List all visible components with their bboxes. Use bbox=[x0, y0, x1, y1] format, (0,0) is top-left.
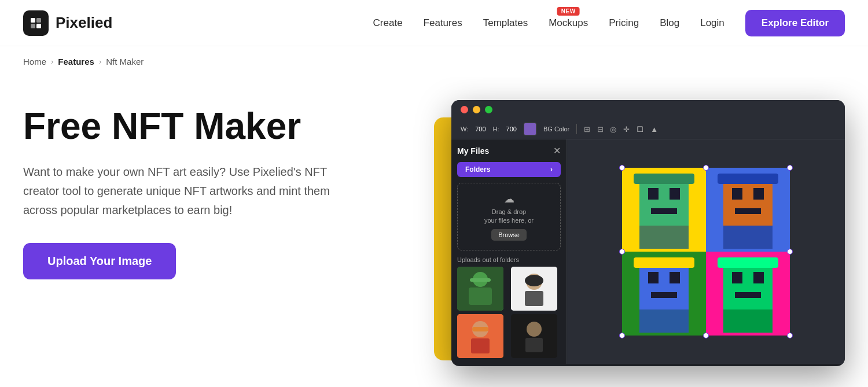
svg-rect-34 bbox=[639, 263, 689, 312]
h-value: 700 bbox=[506, 126, 517, 132]
svg-rect-1 bbox=[36, 18, 41, 23]
thumbnails-grid bbox=[457, 267, 561, 358]
upload-button[interactable]: Upload Your Image bbox=[23, 243, 176, 279]
handle-bottom-right[interactable] bbox=[787, 333, 793, 338]
w-label: W: bbox=[461, 126, 468, 132]
h-label: H: bbox=[493, 126, 499, 132]
nft-cell-2 bbox=[706, 168, 790, 252]
handle-bottom-left[interactable] bbox=[619, 333, 625, 338]
files-close-button[interactable]: ✕ bbox=[553, 145, 561, 156]
logo-icon bbox=[23, 10, 49, 36]
toolbar-separator bbox=[576, 124, 577, 134]
new-badge: NEW bbox=[557, 7, 580, 16]
hero-section: Free NFT Maker Want to make your own NFT… bbox=[0, 77, 868, 387]
svg-rect-28 bbox=[732, 188, 742, 200]
upload-cloud-icon: ☁ bbox=[464, 193, 554, 205]
thumbnail-4[interactable] bbox=[511, 314, 557, 358]
svg-rect-10 bbox=[525, 291, 543, 306]
svg-rect-32 bbox=[723, 226, 773, 249]
svg-rect-14 bbox=[471, 338, 490, 353]
svg-rect-15 bbox=[472, 327, 488, 331]
nft-grid bbox=[622, 168, 790, 336]
files-panel: My Files ✕ Folders › ☁ Drag & drop your … bbox=[451, 139, 567, 364]
handle-top-left[interactable] bbox=[619, 165, 625, 171]
nav-mockups[interactable]: Mockups bbox=[549, 17, 588, 28]
svg-rect-2 bbox=[31, 24, 35, 28]
hero-left: Free NFT Maker Want to make your own NFT… bbox=[23, 89, 382, 279]
bg-color-label: BG Color bbox=[543, 126, 569, 132]
svg-rect-46 bbox=[723, 309, 773, 333]
navbar: Pixelied Create Features Templates NEW M… bbox=[0, 0, 868, 46]
thumbnail-3[interactable] bbox=[457, 314, 503, 358]
hero-title: Free NFT Maker bbox=[23, 106, 382, 146]
nav-create[interactable]: Create bbox=[373, 17, 403, 28]
handle-mid-bottom[interactable] bbox=[703, 333, 709, 338]
thumbnail-1[interactable] bbox=[457, 267, 503, 311]
svg-rect-36 bbox=[670, 272, 680, 283]
logo-text: Pixelied bbox=[56, 14, 112, 32]
svg-rect-23 bbox=[651, 208, 677, 214]
handle-mid-left[interactable] bbox=[619, 249, 625, 255]
thumbnail-2[interactable] bbox=[511, 267, 557, 311]
toolbar-icons: ⊞ ⊟ ◎ ✛ ⧠ ▲ bbox=[584, 125, 660, 134]
breadcrumb-current: Nft Maker bbox=[106, 57, 144, 67]
nft-canvas-container bbox=[622, 168, 790, 336]
svg-rect-0 bbox=[31, 18, 35, 23]
logo-area[interactable]: Pixelied bbox=[23, 10, 112, 36]
svg-rect-25 bbox=[639, 226, 689, 249]
svg-rect-20 bbox=[639, 179, 689, 228]
editor-window: W: 700 H: 700 BG Color ⊞ ⊟ ◎ ✛ ⧠ ▲ My Fi… bbox=[451, 100, 845, 366]
svg-rect-6 bbox=[469, 288, 492, 305]
breadcrumb-features[interactable]: Features bbox=[58, 57, 94, 67]
nav-login[interactable]: Login bbox=[700, 17, 724, 28]
nav-pricing[interactable]: Pricing bbox=[609, 17, 639, 28]
nav-blog[interactable]: Blog bbox=[660, 17, 679, 28]
browse-button[interactable]: Browse bbox=[491, 229, 527, 241]
svg-rect-37 bbox=[651, 292, 677, 298]
svg-rect-21 bbox=[648, 188, 659, 200]
color-swatch[interactable] bbox=[524, 123, 536, 135]
editor-titlebar bbox=[451, 100, 845, 119]
svg-rect-31 bbox=[718, 174, 778, 184]
files-title: My Files bbox=[457, 146, 489, 156]
dot-yellow bbox=[473, 106, 480, 113]
svg-rect-39 bbox=[639, 309, 689, 333]
svg-rect-45 bbox=[718, 257, 778, 268]
nft-cell-4 bbox=[706, 252, 790, 336]
svg-rect-22 bbox=[670, 188, 680, 200]
handle-mid-right[interactable] bbox=[787, 249, 793, 255]
nft-cell-3 bbox=[622, 252, 706, 336]
nav-templates[interactable]: Templates bbox=[483, 17, 528, 28]
breadcrumb-home[interactable]: Home bbox=[23, 57, 46, 67]
upload-drop-area[interactable]: ☁ Drag & drop your files here, or Browse bbox=[457, 183, 561, 250]
explore-editor-button[interactable]: Explore Editor bbox=[745, 10, 845, 36]
svg-rect-43 bbox=[753, 272, 764, 283]
breadcrumb: Home › Features › Nft Maker bbox=[0, 46, 868, 77]
svg-point-17 bbox=[527, 322, 542, 337]
folders-button[interactable]: Folders › bbox=[457, 162, 561, 177]
nav-features[interactable]: Features bbox=[424, 17, 462, 28]
handle-top-right[interactable] bbox=[787, 165, 793, 171]
editor-toolbar: W: 700 H: 700 BG Color ⊞ ⊟ ◎ ✛ ⧠ ▲ bbox=[451, 119, 845, 139]
dot-red bbox=[461, 106, 468, 113]
editor-body: My Files ✕ Folders › ☁ Drag & drop your … bbox=[451, 139, 845, 364]
svg-rect-42 bbox=[732, 272, 742, 283]
dot-green bbox=[485, 106, 492, 113]
hero-right: W: 700 H: 700 BG Color ⊞ ⊟ ◎ ✛ ⧠ ▲ My Fi… bbox=[417, 89, 845, 378]
files-header: My Files ✕ bbox=[457, 145, 561, 156]
drag-drop-text: Drag & drop bbox=[492, 208, 526, 215]
breadcrumb-sep-1: › bbox=[51, 57, 53, 66]
svg-rect-44 bbox=[735, 292, 761, 298]
uploads-out-label: Uploads out of folders bbox=[457, 256, 561, 263]
svg-rect-18 bbox=[525, 338, 543, 352]
svg-rect-29 bbox=[753, 188, 764, 200]
w-value: 700 bbox=[475, 126, 486, 132]
folders-label: Folders bbox=[465, 165, 490, 174]
handle-mid-top[interactable] bbox=[703, 165, 709, 171]
svg-rect-41 bbox=[723, 263, 773, 312]
svg-rect-38 bbox=[634, 257, 694, 268]
svg-rect-24 bbox=[634, 174, 694, 184]
svg-rect-35 bbox=[648, 272, 659, 283]
breadcrumb-sep-2: › bbox=[99, 57, 101, 66]
drag-drop-sub: your files here, or bbox=[484, 217, 534, 224]
